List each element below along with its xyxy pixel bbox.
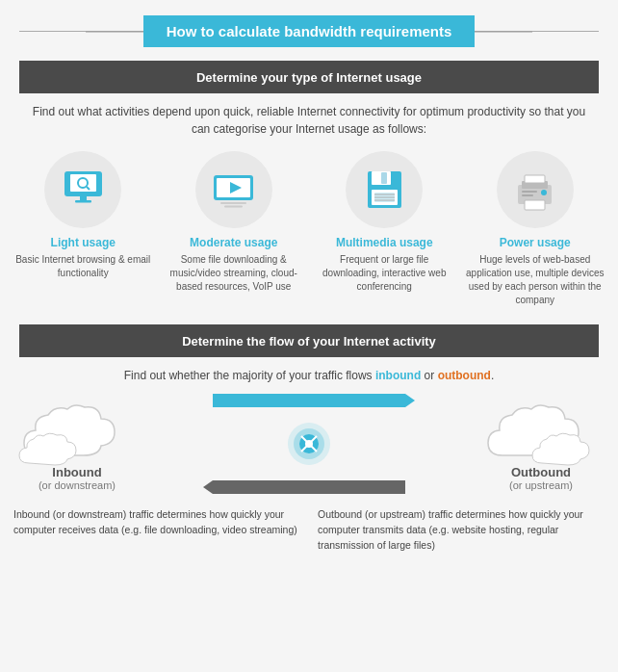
light-usage-title: Light usage <box>51 236 116 249</box>
multimedia-usage-desc: Frequent or large file downloading, inte… <box>315 253 454 294</box>
section1-header: Determine your type of Internet usage <box>19 61 599 93</box>
section1-intro: Find out what activities depend upon qui… <box>29 103 589 138</box>
outbound-keyword: outbound <box>438 369 491 382</box>
outbound-cloud-box: Outbound (or upstream) <box>474 398 608 491</box>
usage-card-moderate: Moderate usage Some file downloading & m… <box>161 147 308 311</box>
outbound-sub: (or upstream) <box>509 479 573 491</box>
inbound-cloud-box: Inbound (or downstream) <box>10 398 144 491</box>
infographic-container: How to calculate bandwidth requirements … <box>0 15 618 556</box>
power-icon-circle <box>497 151 574 228</box>
main-title: How to calculate bandwidth requirements <box>167 23 452 39</box>
usage-cards-row: Light usage Basic Internet browsing & em… <box>10 147 608 311</box>
moderate-usage-desc: Some file downloading & music/video stre… <box>165 253 304 294</box>
moderate-icon-circle <box>195 151 272 228</box>
flow-diagram: Inbound (or downstream) <box>10 394 608 494</box>
arrows-router-section <box>144 394 474 494</box>
svg-point-31 <box>305 440 313 448</box>
flow-intro-end: . <box>491 369 494 382</box>
inbound-label: Inbound <box>39 465 116 479</box>
inbound-sub: (or downstream) <box>39 479 116 491</box>
router-icon <box>280 415 338 473</box>
multimedia-usage-title: Multimedia usage <box>336 236 433 249</box>
svg-point-23 <box>541 190 547 195</box>
section1-header-text: Determine your type of Internet usage <box>196 70 422 85</box>
svg-rect-22 <box>525 200 545 210</box>
moderate-usage-title: Moderate usage <box>190 236 277 249</box>
flow-intro-prefix: Find out whether the majority of your tr… <box>124 369 375 382</box>
svg-rect-25 <box>522 194 533 196</box>
svg-rect-10 <box>224 205 243 207</box>
bottom-left-text: Inbound (or downstream) traffic determin… <box>10 504 304 556</box>
bottom-right-text: Outbound (or upstream) traffic determine… <box>314 504 608 556</box>
section2-header-text: Determine the flow of your Internet acti… <box>182 334 436 349</box>
usage-card-power: Power usage Huge levels of web-based app… <box>462 147 609 311</box>
svg-rect-4 <box>80 196 87 200</box>
section2-header: Determine the flow of your Internet acti… <box>19 324 599 357</box>
svg-rect-13 <box>381 172 387 184</box>
floppy-icon <box>358 164 411 217</box>
outbound-label: Outbound <box>509 465 573 479</box>
svg-rect-1 <box>70 174 96 192</box>
outbound-cloud-icon <box>478 398 604 475</box>
usage-card-multimedia: Multimedia usage Frequent or large file … <box>311 147 458 311</box>
inbound-keyword: inbound <box>375 369 421 382</box>
flow-intro-suffix: or <box>421 369 437 382</box>
power-usage-title: Power usage <box>500 236 571 249</box>
monitor-icon <box>57 164 110 217</box>
power-usage-desc: Huge levels of web-based application use… <box>466 253 605 307</box>
bottom-text-row: Inbound (or downstream) traffic determin… <box>10 504 608 556</box>
inbound-cloud-icon <box>14 398 140 475</box>
play-icon <box>207 164 260 217</box>
light-usage-desc: Basic Internet browsing & email function… <box>13 253 153 280</box>
light-icon-circle <box>44 151 121 228</box>
printer-icon <box>508 164 561 217</box>
usage-card-light: Light usage Basic Internet browsing & em… <box>10 147 157 311</box>
svg-rect-21 <box>525 175 545 183</box>
svg-rect-5 <box>75 200 91 203</box>
multimedia-icon-circle <box>346 151 423 228</box>
flow-intro: Find out whether the majority of your tr… <box>29 367 589 384</box>
svg-rect-9 <box>220 202 246 204</box>
svg-rect-24 <box>522 191 537 193</box>
